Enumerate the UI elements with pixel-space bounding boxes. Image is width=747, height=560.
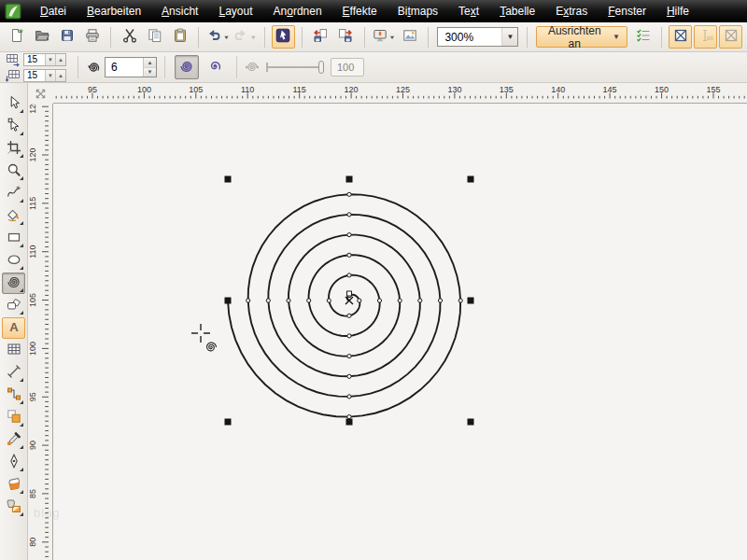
flyout-arrow-icon[interactable] (20, 445, 23, 449)
zoom-level-combo[interactable]: 300%▼ (437, 27, 518, 47)
freehand-tool[interactable] (2, 183, 25, 204)
search-content-button[interactable] (272, 25, 295, 49)
flyout-arrow-icon[interactable] (20, 512, 23, 516)
drawing-canvas[interactable] (53, 104, 747, 560)
smart-fill-tool[interactable] (2, 205, 25, 227)
flyout-arrow-icon[interactable] (20, 468, 23, 471)
spin-down-button[interactable]: ▼ (144, 68, 156, 77)
ruler-origin[interactable] (28, 83, 53, 104)
crossed-box-icon (673, 28, 688, 46)
zoom-tool[interactable] (2, 161, 25, 182)
svg-text:85: 85 (28, 489, 37, 498)
path-node (347, 192, 351, 196)
flyout-arrow-icon[interactable] (20, 244, 23, 247)
flyout-arrow-icon[interactable] (20, 490, 23, 494)
spiral-path[interactable] (228, 194, 460, 416)
interactive-fill-tool[interactable] (2, 497, 25, 518)
flyout-arrow-icon[interactable] (20, 199, 23, 203)
menu-datei[interactable]: Datei (30, 0, 77, 22)
open-folder-icon (35, 28, 49, 46)
graph-rows-spinner[interactable]: 15 ▼ ▲ (23, 69, 66, 82)
menu-layout[interactable]: Layout (208, 0, 262, 22)
print-button[interactable] (80, 25, 104, 49)
crop-tool[interactable] (2, 138, 25, 160)
basic-shapes-tool[interactable] (2, 295, 25, 316)
view-options-button[interactable] (631, 25, 655, 49)
snap-to-button[interactable]: Ausrichten an▼ (536, 26, 627, 48)
menu-bearbeiten[interactable]: Bearbeiten (77, 0, 151, 22)
flyout-arrow-icon[interactable] (20, 109, 23, 113)
eyedropper-tool[interactable] (2, 429, 25, 451)
welcome-screen-button[interactable] (398, 25, 421, 49)
redo-button[interactable]: ▼ (233, 25, 258, 49)
menu-effekte[interactable]: Effekte (332, 0, 388, 22)
spin-up-button[interactable]: ▲ (55, 70, 65, 81)
table-tool[interactable] (2, 340, 25, 361)
export-button[interactable] (334, 25, 358, 49)
svg-text:130: 130 (447, 85, 461, 94)
horizontal-ruler[interactable]: 95100105110115120125130135140145150155 (53, 83, 747, 104)
menu-tabelle[interactable]: Tabelle (489, 0, 545, 22)
outline-pen-tool[interactable] (2, 452, 25, 473)
menu-anordnen[interactable]: Anordnen (263, 0, 332, 22)
rectangle-tool[interactable] (2, 228, 25, 249)
flyout-arrow-icon[interactable] (20, 266, 23, 270)
connector-tool[interactable] (2, 385, 25, 406)
dropdown-arrow-icon[interactable]: ▼ (250, 35, 257, 40)
shape-tool[interactable] (2, 116, 25, 137)
flyout-arrow-icon[interactable] (20, 288, 23, 292)
spiral-tool[interactable] (2, 273, 25, 294)
import-icon (313, 28, 328, 46)
flyout-arrow-icon[interactable] (20, 132, 23, 135)
menu-bitmaps[interactable]: Bitmaps (388, 0, 448, 22)
toggle-frame-button[interactable] (669, 25, 692, 49)
vertical-ruler[interactable]: 12512011511010510095908580 (28, 104, 53, 560)
flyout-arrow-icon[interactable] (20, 176, 23, 180)
import-button[interactable] (309, 25, 332, 49)
standard-toolbar: ▼▼▼300%▼Ausrichten an▼ab (0, 22, 747, 52)
flyout-arrow-icon[interactable] (20, 400, 23, 404)
spin-down-button[interactable]: ▼ (45, 54, 55, 65)
menu-fenster[interactable]: Fenster (598, 0, 656, 22)
menu-text[interactable]: Text (448, 0, 489, 22)
flyout-arrow-icon[interactable] (20, 423, 23, 427)
flyout-arrow-icon[interactable] (20, 378, 23, 382)
open-button[interactable] (30, 25, 53, 49)
new-document-button[interactable] (5, 25, 28, 49)
flyout-arrow-icon[interactable] (20, 221, 23, 225)
toggle-frame-button-2[interactable] (719, 25, 742, 49)
menu-ansicht[interactable]: Ansicht (151, 0, 208, 22)
flyout-arrow-icon[interactable] (20, 154, 23, 158)
dropdown-arrow-icon[interactable]: ▼ (389, 35, 396, 40)
menu-extras[interactable]: Extras (545, 0, 598, 22)
dimension-tool[interactable] (2, 362, 25, 384)
chevron-down-icon[interactable]: ▼ (501, 28, 517, 46)
menu-hilfe[interactable]: Hilfe (656, 0, 699, 22)
edit-text-button[interactable]: ab (694, 25, 717, 49)
cut-button[interactable] (118, 25, 141, 49)
spin-down-button[interactable]: ▼ (45, 70, 55, 81)
flyout-arrow-icon[interactable] (20, 311, 23, 315)
logarithmic-spiral-button[interactable] (203, 55, 227, 79)
application-launcher-button[interactable]: ▼ (372, 25, 397, 49)
ellipse-tool[interactable] (2, 250, 25, 272)
text-tool[interactable]: A (2, 317, 25, 339)
svg-text:120: 120 (28, 147, 37, 161)
paste-button[interactable] (168, 25, 191, 49)
dropdown-arrow-icon[interactable]: ▼ (223, 35, 230, 40)
fill-tool[interactable] (2, 474, 25, 496)
symmetric-spiral-button[interactable] (175, 55, 199, 79)
spiral-nodes[interactable] (225, 192, 462, 419)
copy-button[interactable] (143, 25, 166, 49)
selection-handle (468, 298, 474, 304)
undo-button[interactable]: ▼ (205, 25, 231, 49)
spin-up-button[interactable]: ▲ (144, 58, 156, 68)
spin-up-button[interactable]: ▲ (55, 54, 65, 65)
spiral-revolutions-field[interactable]: 6 ▲ ▼ (105, 57, 157, 77)
spiral-expansion-group: 100 (245, 58, 364, 77)
blend-tool[interactable] (2, 407, 25, 428)
spiral-revolutions-spinner[interactable]: ▲ ▼ (143, 58, 156, 77)
graph-columns-spinner[interactable]: 15 ▼ ▲ (23, 53, 66, 66)
save-button[interactable] (55, 25, 78, 49)
pick-tool[interactable] (2, 93, 25, 115)
